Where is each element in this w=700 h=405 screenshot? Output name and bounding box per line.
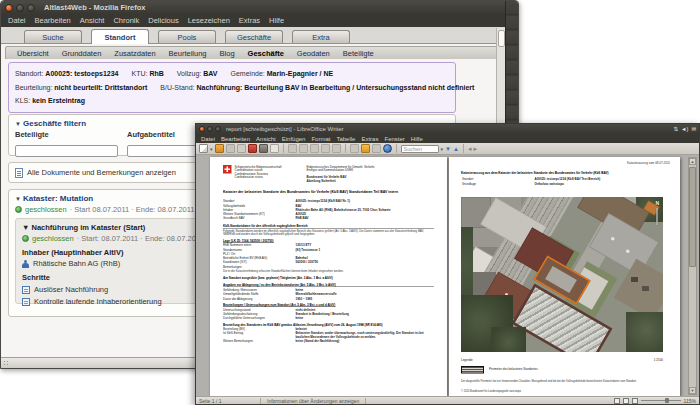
info-value: A00025: testoeps1234 — [45, 70, 118, 77]
gallery-icon[interactable] — [361, 144, 370, 153]
toolbar-separator — [463, 144, 464, 153]
section-heading: KbS-Standortdaten für den öffentlich zug… — [223, 224, 434, 228]
main-tab[interactable]: Suche — [24, 30, 82, 43]
sub-tab[interactable]: Beteiligte — [343, 49, 374, 58]
undo-icon[interactable] — [321, 144, 330, 153]
document-icon — [15, 168, 23, 178]
menu-item[interactable]: Ansicht — [256, 136, 276, 142]
beteiligte-input[interactable] — [15, 145, 118, 157]
sub-tab[interactable]: Zusatzdaten — [114, 49, 155, 58]
sub-tab[interactable]: Geodaten — [297, 49, 330, 58]
pdf-export-icon[interactable] — [248, 144, 257, 153]
sub-tab[interactable]: Übersicht — [17, 49, 49, 58]
save-icon[interactable] — [226, 144, 235, 153]
new-document-icon[interactable] — [199, 144, 208, 153]
main-tab[interactable]: Standort — [91, 29, 149, 44]
navigator-icon[interactable] — [383, 144, 392, 153]
close-button[interactable] — [5, 4, 13, 12]
menu-item[interactable]: Datei — [201, 136, 215, 142]
mail-icon[interactable]: ✉ — [691, 126, 696, 132]
search-dropdown-icon[interactable]: ▾ — [441, 146, 444, 152]
status-info[interactable]: Informationen über Änderungen anzeigen — [267, 398, 359, 404]
page-indicator[interactable]: Seite 1 / 1 — [199, 398, 254, 404]
new-dropdown-icon[interactable]: ▾ — [210, 146, 213, 152]
menu-item[interactable]: Einfügen — [282, 136, 306, 142]
menu-item[interactable]: Hilfe — [269, 16, 284, 25]
menu-item[interactable]: Lesezeichen — [188, 16, 230, 25]
maximize-button[interactable] — [215, 126, 221, 132]
scroll-up-arrow[interactable]: ▲ — [689, 158, 696, 165]
main-tab[interactable]: Geschäfte — [225, 30, 283, 43]
doc-row: Ist KbS-EintragBelasteter Standort, wede… — [223, 331, 434, 340]
subsection-heading: Lage (LK 25: 1164, 563500 / 203750) — [223, 239, 434, 242]
email-icon[interactable] — [237, 144, 246, 153]
back-icon[interactable]: ◂ — [468, 145, 472, 153]
field-label: Beteiligte — [15, 130, 118, 139]
document-page-right: Katasterauszug vom 08.07.2011 Katasterau… — [449, 157, 680, 396]
menu-item[interactable]: Chronik — [113, 16, 139, 25]
search-field[interactable]: Suchen — [401, 145, 439, 153]
maximize-button[interactable] — [27, 4, 35, 12]
copy-icon[interactable] — [299, 144, 308, 153]
forward-icon[interactable]: ▸ — [473, 145, 477, 153]
map-scale: 1:2500 — [654, 358, 663, 361]
find-next-icon[interactable]: ▼ — [445, 146, 451, 152]
zoom-slider[interactable] — [641, 400, 681, 401]
person-icon — [22, 260, 29, 268]
menu-item[interactable]: Delicious — [148, 16, 178, 25]
menu-item[interactable]: Hilfe — [411, 136, 423, 142]
firefox-titlebar[interactable]: Altlast4Web - Mozilla Firefox — [1, 1, 518, 14]
scroll-down-arrow[interactable]: ▼ — [689, 387, 696, 394]
zoom-level[interactable]: 115% — [684, 398, 696, 404]
table-icon[interactable] — [350, 144, 359, 153]
menu-item[interactable]: Bearbeiten — [221, 136, 250, 142]
menu-item[interactable]: Fenster — [384, 136, 404, 142]
all-documents-link[interactable]: Alle Dokumente und Bemerkungen anzeigen — [27, 168, 176, 177]
libreoffice-toolbar: ▾ Suchen ▾ ▼ ▲ ◂ ▸ — [196, 143, 699, 155]
print-preview-icon[interactable] — [270, 144, 279, 153]
libreoffice-window: report [schreibgeschützt] - LibreOffice … — [195, 123, 700, 405]
document-area: Schweizerische EidgenossenschaftConfédér… — [196, 155, 699, 396]
legend-title: Legende — [461, 358, 473, 361]
cut-icon[interactable] — [288, 144, 297, 153]
scrollbar-thumb[interactable] — [689, 167, 696, 267]
minimize-button[interactable] — [207, 126, 213, 132]
lo-scrollbar[interactable]: ▲ ▼ — [688, 157, 697, 395]
menu-item[interactable]: Format — [311, 136, 330, 142]
libreoffice-titlebar[interactable]: report [schreibgeschützt] - LibreOffice … — [196, 124, 699, 134]
main-tab[interactable]: Extra — [292, 30, 350, 43]
legend-item-label: Perimeter des belasteten Standortes — [489, 368, 538, 371]
single-page-view-icon[interactable] — [614, 398, 620, 404]
fields-icon[interactable] — [372, 144, 381, 153]
menu-item[interactable]: Datei — [8, 16, 26, 25]
menu-item[interactable]: Extras — [239, 16, 260, 25]
sub-tab[interactable]: Beurteilung — [169, 49, 207, 58]
sub-tab[interactable]: Geschäfte — [248, 49, 284, 58]
sub-tab[interactable]: Blog — [220, 49, 235, 58]
network-icon[interactable]: ⇅ — [674, 126, 679, 132]
menu-item[interactable]: Bearbeiten — [35, 16, 71, 25]
main-tab[interactable]: Pools — [158, 30, 216, 43]
libreoffice-menubar: DateiBearbeitenAnsichtEinfügenFormatTabe… — [196, 134, 699, 143]
print-icon[interactable] — [259, 144, 268, 153]
redo-icon[interactable] — [332, 144, 341, 153]
paste-icon[interactable] — [310, 144, 319, 153]
resize-grip[interactable] — [3, 360, 10, 367]
open-icon[interactable] — [215, 144, 224, 153]
sub-tab[interactable]: Grunddaten — [62, 49, 102, 58]
multi-page-view-icon[interactable] — [623, 398, 629, 404]
task-icon — [22, 286, 30, 294]
menu-item[interactable]: Ansicht — [80, 16, 105, 25]
info-label: Beurteilung: — [15, 84, 54, 91]
close-button[interactable] — [199, 126, 205, 132]
trees — [491, 327, 526, 352]
menu-item[interactable]: Tabelle — [336, 136, 355, 142]
info-label: Gemeinde: — [231, 70, 267, 77]
find-prev-icon[interactable]: ▲ — [453, 146, 459, 152]
volume-icon[interactable]: ◄) — [681, 126, 688, 132]
book-view-icon[interactable] — [632, 398, 638, 404]
gravel — [614, 259, 663, 320]
minimize-button[interactable] — [16, 4, 24, 12]
menu-item[interactable]: Extras — [361, 136, 378, 142]
scrollbar-thumb[interactable] — [498, 30, 505, 47]
